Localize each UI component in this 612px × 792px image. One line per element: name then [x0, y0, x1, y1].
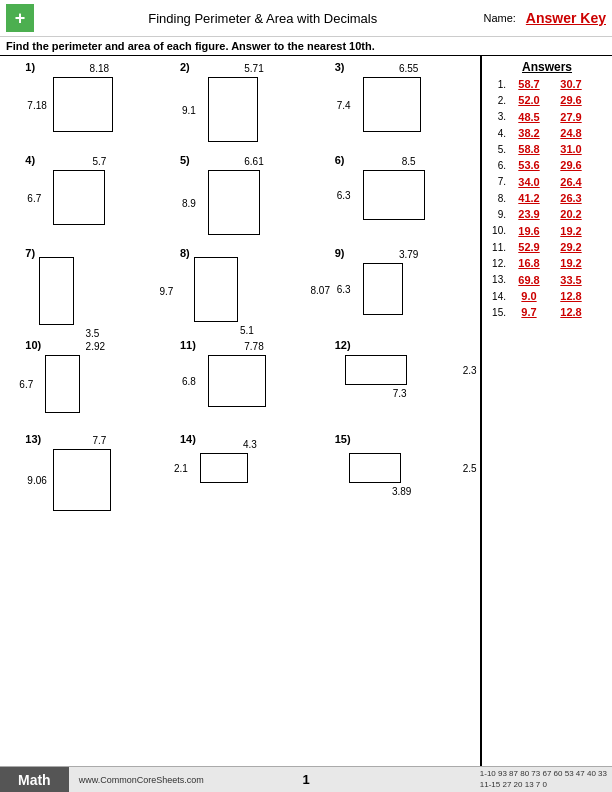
p1-box [53, 77, 113, 132]
problem-13: 13) 7.7 9.06 [25, 433, 145, 511]
answers-header: Answers [486, 60, 608, 74]
p2-box [208, 77, 258, 142]
p6-height: 6.3 [337, 190, 351, 201]
problem-8: 8) 5.1 8.07 [180, 247, 300, 325]
header: + Finding Perimeter & Area with Decimals… [0, 0, 612, 37]
name-label: Name: [483, 12, 515, 24]
p14-width: 4.3 [200, 439, 300, 450]
problem-10-number: 10) [25, 339, 41, 351]
ans-6-num: 6. [486, 159, 508, 172]
problem-14: 14) 4.3 2.1 [180, 433, 300, 511]
p11-box [208, 355, 266, 407]
instructions: Find the perimeter and area of each figu… [0, 37, 612, 56]
problem-2-number: 2) [180, 61, 190, 73]
p8-box [194, 257, 238, 322]
p14-box [200, 453, 248, 483]
p11-width: 7.78 [208, 341, 300, 352]
p13-box [53, 449, 111, 511]
ans-6-p: 53.6 [508, 158, 550, 172]
problem-1: 1) 8.18 7.18 [25, 61, 145, 142]
p12-box [345, 355, 407, 385]
logo-icon: + [6, 4, 34, 32]
p5-width: 6.61 [208, 156, 300, 167]
problem-row-3: 7) 3.5 9.7 8) 5.1 8.07 9) [8, 247, 472, 325]
problem-12-number: 12) [335, 339, 351, 351]
ans-10-p: 19.6 [508, 224, 550, 238]
problem-13-number: 13) [25, 433, 41, 445]
ans-7-a: 26.4 [550, 175, 592, 189]
ans-11-num: 11. [486, 241, 508, 254]
main-content: 1) 8.18 7.18 2) 5.71 9.1 3) [0, 56, 612, 768]
p1-height: 7.18 [27, 99, 46, 110]
footer: Math www.CommonCoreSheets.com 1 1-10 93 … [0, 766, 612, 792]
p12-height: 2.3 [463, 365, 477, 376]
ans-3-num: 3. [486, 110, 508, 123]
p9-width: 3.79 [363, 249, 455, 260]
ans-8-num: 8. [486, 192, 508, 205]
ans-13-p: 69.8 [508, 273, 550, 287]
answer-row-1: 1. 58.7 30.7 [486, 77, 608, 91]
p4-height: 6.7 [27, 192, 41, 203]
footer-stats-line2: 11-15 27 20 13 7 0 [480, 780, 607, 790]
ans-5-a: 31.0 [550, 142, 592, 156]
ans-7-num: 7. [486, 175, 508, 188]
ans-13-a: 33.5 [550, 273, 592, 287]
problem-11: 11) 7.78 6.8 [180, 339, 300, 413]
problem-6: 6) 8.5 6.3 [335, 154, 455, 235]
problem-12: 12) 7.3 2.3 [335, 339, 455, 413]
answer-row-3: 3. 48.5 27.9 [486, 110, 608, 124]
problem-7: 7) 3.5 9.7 [25, 247, 145, 325]
ans-3-p: 48.5 [508, 110, 550, 124]
ans-9-p: 23.9 [508, 207, 550, 221]
problem-3: 3) 6.55 7.4 [335, 61, 455, 142]
problem-11-number: 11) [180, 339, 196, 351]
ans-3-a: 27.9 [550, 110, 592, 124]
ans-1-a: 30.7 [550, 77, 592, 91]
problem-9-number: 9) [335, 247, 345, 259]
problem-15: 15) 3.89 2.5 [335, 433, 455, 511]
answer-row-14: 14. 9.0 12.8 [486, 289, 608, 303]
problem-9: 9) 3.79 6.3 [335, 247, 455, 325]
p10-width: 2.92 [45, 341, 145, 352]
ans-4-num: 4. [486, 127, 508, 140]
p15-box [349, 453, 401, 483]
p3-width: 6.55 [363, 63, 455, 74]
problem-row-1: 1) 8.18 7.18 2) 5.71 9.1 3) [8, 61, 472, 142]
ans-13-num: 13. [486, 273, 508, 286]
footer-stats: 1-10 93 87 80 73 67 60 53 47 40 33 11-15… [480, 769, 607, 790]
answer-row-4: 4. 38.2 24.8 [486, 126, 608, 140]
p3-height: 7.4 [337, 99, 351, 110]
p6-box [363, 170, 425, 220]
ans-2-a: 29.6 [550, 93, 592, 107]
ans-11-p: 52.9 [508, 240, 550, 254]
problem-4-number: 4) [25, 154, 35, 166]
p13-height: 9.06 [27, 475, 46, 486]
problem-1-number: 1) [25, 61, 35, 73]
answer-row-7: 7. 34.0 26.4 [486, 175, 608, 189]
p13-width: 7.7 [53, 435, 145, 446]
p10-height: 6.7 [19, 379, 33, 390]
answer-key-title: Answer Key [526, 10, 606, 26]
p5-box [208, 170, 260, 235]
p9-box [363, 263, 403, 315]
ans-9-a: 20.2 [550, 207, 592, 221]
p7-height: 9.7 [159, 286, 173, 297]
ans-15-num: 15. [486, 306, 508, 319]
ans-5-num: 5. [486, 143, 508, 156]
p8-width: 5.1 [194, 325, 300, 336]
answer-row-6: 6. 53.6 29.6 [486, 158, 608, 172]
p1-width: 8.18 [53, 63, 145, 74]
ans-11-a: 29.2 [550, 240, 592, 254]
ans-12-p: 16.8 [508, 256, 550, 270]
p14-height: 2.1 [174, 463, 188, 474]
footer-url: www.CommonCoreSheets.com [79, 775, 204, 785]
ans-12-a: 19.2 [550, 256, 592, 270]
problem-row-5: 13) 7.7 9.06 14) 4.3 2.1 15) [8, 433, 472, 511]
footer-math-label: Math [0, 767, 69, 792]
ans-15-p: 9.7 [508, 305, 550, 319]
ans-1-num: 1. [486, 78, 508, 91]
p2-width: 5.71 [208, 63, 300, 74]
problem-2: 2) 5.71 9.1 [180, 61, 300, 142]
ans-14-p: 9.0 [508, 289, 550, 303]
ans-9-num: 9. [486, 208, 508, 221]
